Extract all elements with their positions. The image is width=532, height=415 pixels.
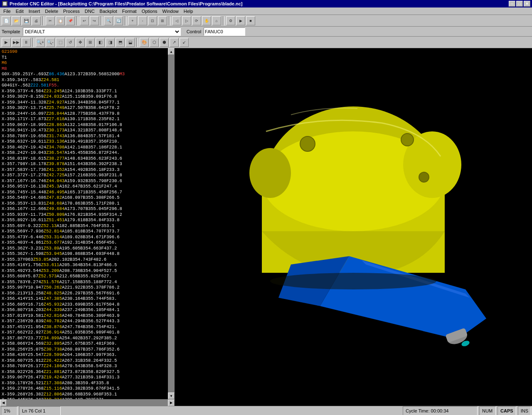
maximize-button[interactable]: □ (516, 1, 523, 7)
title-bar: 🔲 Predator CNC Editor - [Backplotting C:… (0, 0, 532, 7)
sep1 (42, 16, 44, 25)
close-button[interactable]: ✕ (524, 1, 530, 7)
color-button[interactable]: 🎨 (140, 38, 149, 47)
3d-view-panel[interactable] (175, 48, 532, 406)
zoom-in2-button[interactable]: 🔍+ (36, 38, 45, 47)
main-content: G21G90T1M6M8G0X-359.251Y-.693Z86.436A123… (0, 48, 532, 406)
ins-status: INS (518, 406, 531, 415)
vertical-scrollbar[interactable]: ▲ ▼ (168, 48, 175, 399)
window-title: Predator CNC Editor - [Backplotting C:\P… (10, 1, 242, 6)
zoom-fit-button[interactable]: ⊡ (148, 16, 157, 25)
prev-button[interactable]: ◁ (172, 16, 181, 25)
cycle-time-status: Cycle Time: 00:00:34 (403, 406, 478, 415)
menu-edit[interactable]: Edit (13, 8, 26, 15)
export-button[interactable]: ↗ (170, 38, 179, 47)
line-col-value: Ln 76 Col 1 (22, 408, 45, 413)
scroll-down-button[interactable]: ▼ (168, 393, 175, 399)
next-button[interactable]: ▷ (182, 16, 191, 25)
3d-viewport[interactable] (175, 48, 532, 406)
menu-options[interactable]: Options (139, 8, 160, 15)
num-value: NUM (482, 408, 493, 413)
play-fast-button[interactable]: ▶▶ (12, 38, 21, 47)
view-top-button[interactable]: ⬒ (116, 38, 125, 47)
menu-window[interactable]: Window (160, 8, 181, 15)
svg-point-8 (300, 136, 315, 151)
caps-status: CAPS (498, 406, 516, 415)
scroll-left-button[interactable]: ◀ (0, 400, 7, 406)
template-bar: Template DEFAULT Control (0, 27, 532, 37)
import-button[interactable]: ↙ (180, 38, 189, 47)
home-button[interactable]: ⌂ (212, 16, 221, 25)
open-button[interactable]: 📂 (12, 16, 21, 25)
undo-button[interactable]: ↩ (80, 16, 89, 25)
rotate-button[interactable]: ⟳ (192, 16, 201, 25)
sep3 (101, 16, 102, 25)
svg-point-9 (401, 133, 414, 146)
ins-value: INS (521, 408, 528, 413)
save-button[interactable]: 💾 (22, 16, 31, 25)
scroll-track[interactable] (168, 55, 175, 393)
sep2 (76, 16, 78, 25)
menu-help[interactable]: Help (181, 8, 196, 15)
play-button[interactable]: ▶ (2, 38, 11, 47)
line-col-status: Ln 76 Col 1 (19, 406, 61, 415)
view-left-button[interactable]: ◧ (96, 38, 105, 47)
code-panel: G21G90T1M6M8G0X-359.251Y-.693Z86.436A123… (0, 48, 175, 406)
sep4 (125, 16, 126, 25)
template-select[interactable]: DEFAULT (23, 27, 181, 36)
view-iso-button[interactable]: ⬓ (126, 38, 135, 47)
cycle-time-value: Cycle Time: 00:00:34 (406, 408, 448, 413)
wire-button[interactable]: ⬡ (150, 38, 159, 47)
zoom-in-button[interactable]: + (128, 16, 137, 25)
horizontal-scrollbar[interactable]: ◀ ▶ (0, 399, 175, 406)
playback-toolbar: ▶ ▶▶ ⏸ 🔍+ 🔍- ⬚ ↺ ✥ ⊞ ◧ ◨ ⬒ ⬓ 🎨 ⬡ ⬢ ↗ ↙ (0, 37, 532, 48)
hscroll-track[interactable] (7, 400, 168, 406)
menu-delete[interactable]: Delete (42, 8, 61, 15)
replace-button[interactable]: 🔄 (114, 16, 123, 25)
status-bar: 1% Ln 76 Col 1 Cycle Time: 00:00:34 NUM … (0, 406, 532, 415)
menu-format[interactable]: Format (120, 8, 139, 15)
print-button[interactable]: 🖨 (32, 16, 41, 25)
svg-point-11 (270, 273, 436, 289)
new-button[interactable]: 📄 (2, 16, 11, 25)
run-button[interactable]: ▶ (236, 16, 245, 25)
pan-button[interactable]: ✋ (202, 16, 211, 25)
menu-file[interactable]: File (1, 8, 13, 15)
menu-process[interactable]: Process (61, 8, 82, 15)
solid-button[interactable]: ⬢ (160, 38, 169, 47)
minimize-button[interactable]: ─ (509, 1, 515, 7)
rotate3d-button[interactable]: ↺ (66, 38, 75, 47)
percent-value: 1% (4, 408, 10, 413)
pan2-button[interactable]: ✥ (76, 38, 85, 47)
menu-dnc[interactable]: DNC (82, 8, 97, 15)
zoom-window-button[interactable]: ⬚ (56, 38, 65, 47)
svg-point-4 (249, 148, 291, 198)
caps-value: CAPS (500, 408, 513, 413)
cut-button[interactable]: ✂ (46, 16, 55, 25)
find-button[interactable]: 🔍 (104, 16, 113, 25)
scroll-up-button[interactable]: ▲ (168, 48, 175, 55)
scroll-right-button[interactable]: ▶ (168, 400, 175, 406)
sep5 (169, 16, 170, 25)
control-label: Control (187, 29, 201, 34)
view-right-button[interactable]: ◨ (106, 38, 115, 47)
zoom-out2-button[interactable]: 🔍- (46, 38, 55, 47)
fit-button[interactable]: ⊞ (86, 38, 95, 47)
zoom-select-button[interactable]: ⊞ (158, 16, 167, 25)
menu-insert[interactable]: Insert (26, 8, 43, 15)
control-input[interactable] (204, 27, 245, 36)
title-bar-left: 🔲 Predator CNC Editor - [Backplotting C:… (2, 1, 242, 7)
stop-button[interactable]: ■ (246, 16, 255, 25)
pause-button[interactable]: ⏸ (22, 38, 31, 47)
code-editor[interactable]: G21G90T1M6M8G0X-359.251Y-.693Z86.436A123… (0, 48, 168, 399)
menu-backplot[interactable]: Backplot (97, 8, 120, 15)
copy-button[interactable]: 📋 (56, 16, 65, 25)
sep7 (32, 38, 34, 47)
template-label: Template (2, 29, 20, 34)
paste-button[interactable]: 📌 (66, 16, 75, 25)
settings-button[interactable]: ⚙ (226, 16, 235, 25)
redo-button[interactable]: ↪ (90, 16, 99, 25)
sep6 (223, 16, 224, 25)
zoom-out-button[interactable]: - (138, 16, 147, 25)
percent-status: 1% (1, 406, 17, 415)
